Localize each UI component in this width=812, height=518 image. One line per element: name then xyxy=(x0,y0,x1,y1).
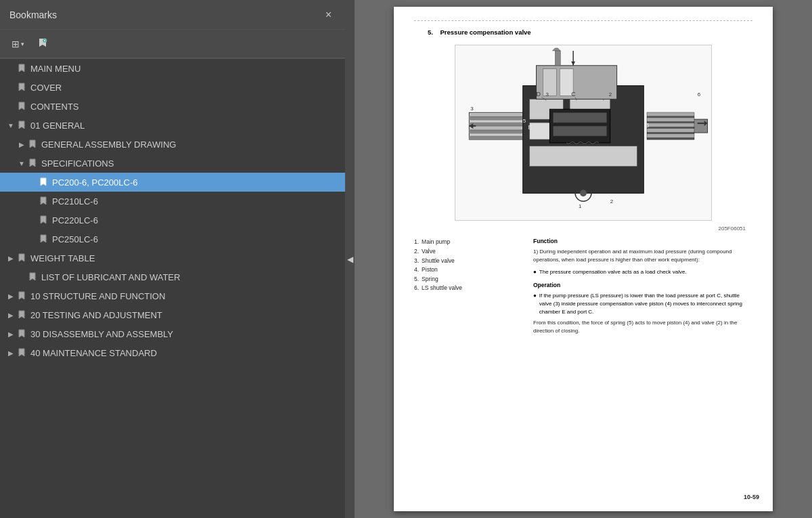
svg-rect-39 xyxy=(553,126,606,136)
section-heading: 5. Pressure compensation valve xyxy=(428,28,752,37)
bookmark-item-contents[interactable]: ▶ CONTENTS xyxy=(0,97,345,116)
operation-text-1: If the pump pressure (LS pressure) is lo… xyxy=(539,292,752,316)
legend-number: 5. xyxy=(414,275,419,284)
bookmark-item-cover[interactable]: ▶ COVER xyxy=(0,78,345,97)
document-page: 5. Pressure compensation valve xyxy=(394,7,773,511)
diagram-image: D C E B A 2 3 4 5 6 3 2 1 xyxy=(455,45,712,221)
svg-text:D: D xyxy=(537,91,541,98)
bookmark-item-general-assembly[interactable]: ▶ GENERAL ASSEMBLY DRAWING xyxy=(0,135,345,154)
bookmark-item-pc210lc-6[interactable]: ▶ PC210LC-6 xyxy=(0,192,345,211)
legend-text: Shuttle valve xyxy=(422,257,455,266)
function-bullet-1: ● The pressure compensation valve acts a… xyxy=(533,268,752,276)
bookmark-item-40-maintenance[interactable]: ▶ 40 MAINTENANCE STANDARD xyxy=(0,343,345,362)
expand-arrow-icon[interactable]: ▶ xyxy=(5,328,16,339)
legend-item: 3.Shuttle valve xyxy=(414,257,522,266)
diagram-area: D C E B A 2 3 4 5 6 3 2 1 xyxy=(414,45,752,221)
expand-arrow-icon[interactable]: ▶ xyxy=(5,253,16,263)
svg-rect-22 xyxy=(530,123,550,139)
svg-rect-8 xyxy=(469,136,522,140)
legend-item: 5.Spring xyxy=(414,275,522,284)
expand-all-button[interactable]: ⊞ ▾ xyxy=(7,36,29,52)
expand-arrow-icon[interactable]: ▶ xyxy=(5,290,16,301)
bookmark-item-pc220lc-6[interactable]: ▶ PC220LC-6 xyxy=(0,211,345,230)
legend-text: Main pump xyxy=(422,238,450,247)
svg-rect-6 xyxy=(469,123,522,127)
page-top-border xyxy=(414,20,752,21)
bookmark-label: 01 GENERAL xyxy=(30,121,340,131)
dropdown-arrow-icon: ▾ xyxy=(21,41,24,47)
bookmark-item-30-disassembly[interactable]: ▶ 30 DISASSEMBLY AND ASSEMBLY xyxy=(0,324,345,343)
bookmark-label: WEIGHT TABLE xyxy=(30,253,340,263)
expand-arrow-icon[interactable]: ▼ xyxy=(16,158,27,169)
svg-rect-5 xyxy=(469,116,522,120)
bookmarks-panel: Bookmarks × ⊞ ▾ ▶ MAIN MENU▶ COVER▶ CONT… xyxy=(0,0,345,518)
legend-item: 4.Piston xyxy=(414,265,522,275)
bookmark-icon xyxy=(38,37,47,50)
bookmark-flag-icon xyxy=(27,158,38,169)
bookmark-label: PC210LC-6 xyxy=(52,196,340,207)
legend-number: 3. xyxy=(414,257,419,266)
svg-rect-27 xyxy=(694,119,708,133)
document-panel: 5. Pressure compensation valve xyxy=(355,0,812,518)
svg-rect-31 xyxy=(647,129,694,132)
svg-text:5: 5 xyxy=(523,118,526,124)
svg-text:C: C xyxy=(571,91,576,98)
bookmark-flag-icon xyxy=(16,328,27,339)
section-number: 5. xyxy=(428,28,433,36)
operation-item-1: ● If the pump pressure (LS pressure) is … xyxy=(533,292,752,316)
expand-arrow-icon[interactable]: ▶ xyxy=(5,309,16,320)
bookmark-label: MAIN MENU xyxy=(30,64,340,74)
bookmark-flag-icon xyxy=(16,120,27,131)
bookmark-label: GENERAL ASSEMBLY DRAWING xyxy=(41,139,340,150)
svg-text:4: 4 xyxy=(523,105,526,111)
bookmarks-toolbar: ⊞ ▾ xyxy=(0,30,345,58)
svg-text:1: 1 xyxy=(579,203,582,209)
bookmark-label: PC220LC-6 xyxy=(52,215,340,225)
figure-number: 205F06051 xyxy=(414,225,752,232)
bookmark-flag-icon xyxy=(27,272,38,282)
bookmarks-title: Bookmarks xyxy=(9,9,57,20)
bookmark-item-01-general[interactable]: ▼ 01 GENERAL xyxy=(0,116,345,135)
svg-text:2: 2 xyxy=(610,198,613,204)
bookmark-flag-icon xyxy=(16,290,27,301)
legend-item: 2.Valve xyxy=(414,247,522,257)
bookmark-item-pc250lc-6[interactable]: ▶ PC250LC-6 xyxy=(0,230,345,249)
collapse-panel-bar[interactable]: ◀ xyxy=(345,0,355,518)
bookmark-view-button[interactable] xyxy=(33,35,52,53)
svg-rect-7 xyxy=(469,129,522,133)
bookmark-label: 40 MAINTENANCE STANDARD xyxy=(30,348,340,358)
document-columns: 1.Main pump2.Valve3.Shuttle valve4.Pisto… xyxy=(414,238,752,339)
expand-arrow-icon[interactable]: ▶ xyxy=(5,347,16,358)
bookmark-item-main-menu[interactable]: ▶ MAIN MENU xyxy=(0,59,345,78)
legend-text: Spring xyxy=(422,275,438,284)
svg-rect-38 xyxy=(553,113,606,123)
bookmark-item-20-testing[interactable]: ▶ 20 TESTING AND ADJUSTMENT xyxy=(0,305,345,324)
legend-column: 1.Main pump2.Valve3.Shuttle valve4.Pisto… xyxy=(414,238,522,339)
bookmark-label: LIST OF LUBRICANT AND WATER xyxy=(41,272,340,282)
bookmark-list: ▶ MAIN MENU▶ COVER▶ CONTENTS▼ 01 GENERAL… xyxy=(0,59,345,518)
bullet-dot: ● xyxy=(533,268,537,276)
bookmarks-header: Bookmarks × xyxy=(0,0,345,30)
legend-text: Piston xyxy=(422,265,438,275)
bookmark-label: COVER xyxy=(30,83,340,93)
legend-number: 1. xyxy=(414,238,419,247)
legend-text: Valve xyxy=(422,247,436,257)
legend-item: 1.Main pump xyxy=(414,238,522,247)
function-bullet-text: The pressure compensation valve acts as … xyxy=(539,268,687,276)
legend-number: 2. xyxy=(414,247,419,257)
close-button[interactable]: × xyxy=(321,7,336,22)
bookmark-item-pc200-6[interactable]: ▶ PC200-6, PC200LC-6 xyxy=(0,173,345,192)
bookmark-item-10-structure[interactable]: ▶ 10 STRUCTURE AND FUNCTION xyxy=(0,286,345,305)
bullet-dot-2: ● xyxy=(533,292,537,316)
bookmark-item-weight-table[interactable]: ▶ WEIGHT TABLE xyxy=(0,249,345,267)
svg-text:A: A xyxy=(582,185,586,192)
bookmark-item-specifications[interactable]: ▼ SPECIFICATIONS xyxy=(0,154,345,173)
svg-text:6: 6 xyxy=(698,92,701,98)
bookmark-item-list-lubricant[interactable]: ▶ LIST OF LUBRICANT AND WATER xyxy=(0,267,345,286)
expand-arrow-icon[interactable]: ▶ xyxy=(16,139,27,150)
operation-title: Operation xyxy=(533,282,752,290)
expand-arrow-icon[interactable]: ▼ xyxy=(5,120,16,131)
svg-rect-29 xyxy=(647,118,694,121)
bookmark-flag-icon xyxy=(16,253,27,263)
bookmark-label: CONTENTS xyxy=(30,102,340,112)
